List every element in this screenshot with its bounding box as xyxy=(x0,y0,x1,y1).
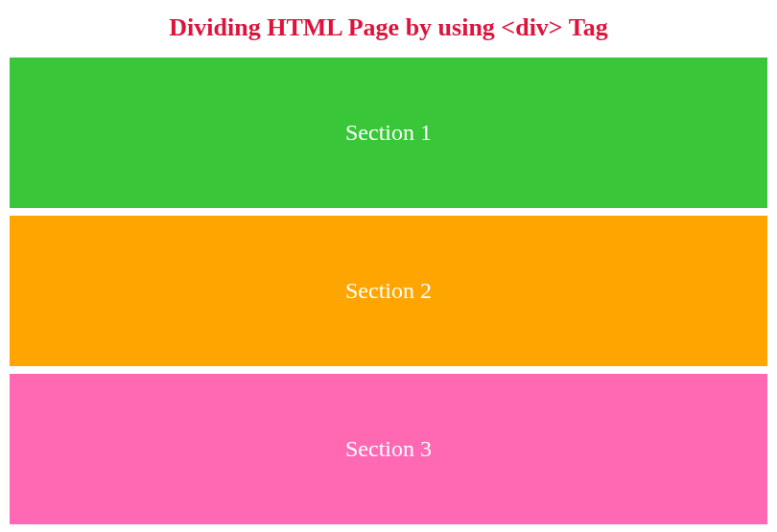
section-2-label: Section 2 xyxy=(345,278,432,304)
section-1: Section 1 xyxy=(10,58,767,208)
section-3-label: Section 3 xyxy=(345,436,432,462)
section-3: Section 3 xyxy=(10,374,767,524)
section-2: Section 2 xyxy=(10,216,767,366)
section-1-label: Section 1 xyxy=(345,120,432,146)
page-title: Dividing HTML Page by using <div> Tag xyxy=(0,0,777,58)
